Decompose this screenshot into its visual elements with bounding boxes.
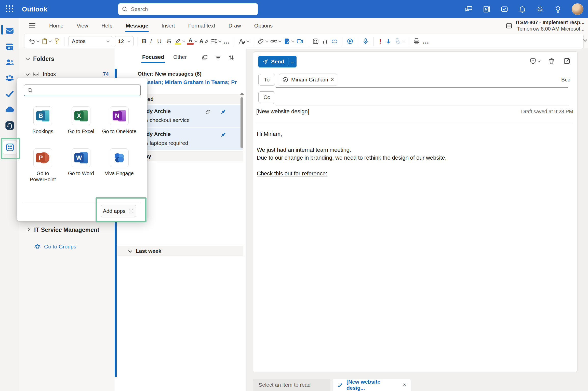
scrollbar-thumb[interactable] <box>240 97 243 148</box>
highlight-button[interactable] <box>175 38 185 45</box>
apps-grid-button[interactable] <box>312 38 319 45</box>
bcc-toggle[interactable]: Bcc <box>561 77 570 83</box>
tab-message[interactable]: Message <box>119 20 155 31</box>
open-in-new-window-icon[interactable] <box>563 57 571 65</box>
more-toolbar-options-icon[interactable]: … <box>422 37 429 45</box>
banner-senders-link[interactable]: Atlassian; Miriam Graham in Teams; Pra..… <box>138 79 237 85</box>
sidebar-item-mail[interactable] <box>0 23 19 39</box>
bold-button[interactable]: B <box>142 38 146 44</box>
copilot-button[interactable] <box>346 38 354 45</box>
sidebar-item-todo[interactable] <box>0 86 19 102</box>
app-item-powerpoint[interactable]: P Go to PowerPoint <box>24 148 62 183</box>
tab-format-text[interactable]: Format text <box>182 20 222 31</box>
sidebar-item-people[interactable] <box>0 54 19 70</box>
poll-button[interactable] <box>322 38 329 45</box>
filter-icon[interactable] <box>215 54 221 61</box>
select-messages-icon[interactable] <box>202 54 208 61</box>
app-item-bookings[interactable]: B Bookings <box>24 106 62 134</box>
print-button[interactable] <box>413 38 420 45</box>
send-button[interactable]: Send <box>258 56 297 67</box>
sidebar-item-onedrive[interactable] <box>0 102 19 118</box>
paste-button[interactable] <box>41 38 51 45</box>
add-apps-button[interactable]: Add apps <box>101 205 136 217</box>
loop-button[interactable] <box>331 38 338 45</box>
reading-pane-tab[interactable]: Select an item to read <box>253 379 330 391</box>
sort-icon[interactable] <box>228 54 235 61</box>
remove-recipient-icon[interactable]: × <box>331 76 334 83</box>
discard-trash-icon[interactable] <box>548 57 555 65</box>
tab-home[interactable]: Home <box>43 20 70 31</box>
reminder-toast[interactable]: ITSM-807 - Implement resp... Tomorrow 8:… <box>505 19 584 32</box>
lightbulb-icon[interactable] <box>554 5 562 13</box>
undo-button[interactable] <box>29 38 39 45</box>
video-clip-button[interactable] <box>296 38 304 45</box>
section-last-week[interactable]: Last week <box>117 246 243 256</box>
draft-tab[interactable]: [New website desig... × <box>333 379 411 391</box>
app-item-excel[interactable]: X Go to Excel <box>62 106 100 134</box>
sensitivity-button[interactable] <box>394 38 405 45</box>
sidebar-item-inbox[interactable]: Inbox 74 <box>26 71 113 77</box>
to-button[interactable]: To <box>258 74 275 86</box>
line-spacing-button[interactable] <box>210 38 221 45</box>
go-to-groups-link[interactable]: Go to Groups <box>34 243 76 250</box>
font-name-select[interactable]: Aptos <box>69 36 112 46</box>
onenote-feed-icon[interactable]: N <box>483 5 491 13</box>
apps-search-box[interactable] <box>24 85 141 96</box>
app-item-onenote[interactable]: N Go to OneNote <box>100 106 138 134</box>
signature-button[interactable] <box>283 38 294 45</box>
tab-insert[interactable]: Insert <box>155 20 182 31</box>
font-size-select[interactable]: 12 <box>115 36 133 46</box>
font-color-button[interactable]: A <box>187 38 197 45</box>
app-item-viva-engage[interactable]: Viva Engage <box>100 148 138 176</box>
app-launcher-icon[interactable] <box>6 5 14 13</box>
send-options-chevron[interactable] <box>291 60 294 63</box>
message-body[interactable]: Hi Miriam, We just had an internal team … <box>257 130 447 177</box>
high-importance-button[interactable]: ! <box>378 37 383 45</box>
cc-button[interactable]: Cc <box>258 91 275 103</box>
pen-style-button[interactable] <box>238 38 249 45</box>
list-scrollbar[interactable] <box>240 94 243 389</box>
send-icon <box>262 59 269 65</box>
attach-file-button[interactable] <box>257 38 268 45</box>
tab-focused[interactable]: Focused <box>142 54 164 61</box>
search-input[interactable] <box>130 6 254 12</box>
global-search[interactable] <box>118 3 258 15</box>
todo-icon[interactable] <box>500 5 509 13</box>
sidebar-item-more-apps[interactable] <box>3 141 17 154</box>
format-painter-button[interactable] <box>54 38 60 45</box>
underline-button[interactable]: U <box>156 38 163 44</box>
tab-other[interactable]: Other <box>173 54 187 61</box>
folders-header[interactable]: Folders <box>26 55 54 62</box>
tab-help[interactable]: Help <box>95 20 119 31</box>
sidebar-item-calendar[interactable] <box>0 39 19 54</box>
more-formatting-icon[interactable]: … <box>223 37 230 45</box>
tab-draw[interactable]: Draw <box>222 20 248 31</box>
scroll-up-icon[interactable] <box>240 91 244 95</box>
sidebar-item-headset[interactable] <box>0 118 19 133</box>
apps-search-input[interactable] <box>35 87 137 93</box>
low-importance-button[interactable] <box>385 38 392 45</box>
sidebar-item-it-service-management[interactable]: IT Service Management <box>27 227 99 233</box>
close-draft-tab-icon[interactable]: × <box>403 382 406 388</box>
pin-icon[interactable] <box>220 132 226 138</box>
account-avatar[interactable] <box>572 3 583 15</box>
bell-icon[interactable] <box>518 5 526 13</box>
chat-icon[interactable] <box>465 5 473 13</box>
other-new-messages-banner[interactable]: Other: New messages (8) Atlassian; Miria… <box>138 71 239 85</box>
dictate-button[interactable] <box>362 38 369 45</box>
strikethrough-button[interactable]: S <box>165 38 172 44</box>
tab-options[interactable]: Options <box>248 20 279 31</box>
sidebar-item-groups[interactable] <box>0 70 19 86</box>
pin-icon[interactable] <box>220 109 226 115</box>
recipient-chip[interactable]: Miriam Graham × <box>279 74 337 86</box>
gear-icon[interactable] <box>536 5 544 13</box>
hamburger-menu-icon[interactable] <box>29 23 35 28</box>
subject-field[interactable]: [New website design] <box>256 108 309 115</box>
app-item-word[interactable]: W Go to Word <box>62 148 100 176</box>
message-protection-icon[interactable]: ? <box>529 57 540 65</box>
clear-formatting-button[interactable]: A <box>199 38 208 45</box>
insert-link-button[interactable] <box>270 38 281 45</box>
viva-engage-icon <box>112 151 126 165</box>
italic-button[interactable]: I <box>149 38 153 44</box>
tab-view[interactable]: View <box>70 20 95 31</box>
